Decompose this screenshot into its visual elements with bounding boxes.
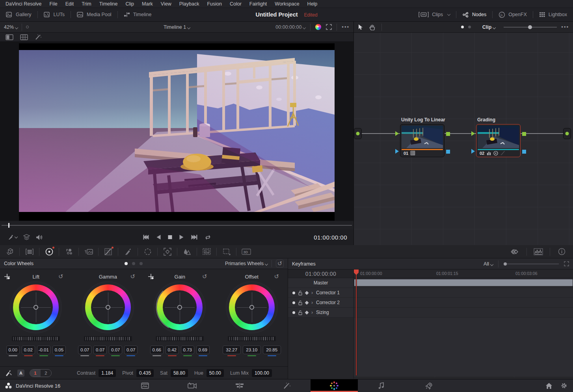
pointer-tool-icon[interactable] (358, 24, 363, 30)
gain-reset-button[interactable]: ↺ (202, 273, 207, 280)
tracker-icon[interactable] (158, 245, 177, 258)
menu-mark[interactable]: Mark (138, 1, 157, 7)
node-zoom-thumb[interactable] (528, 25, 532, 29)
lift-crosshair-icon[interactable] (4, 273, 10, 280)
loop-button[interactable] (204, 234, 211, 240)
gain-crosshair-icon[interactable] (148, 273, 154, 280)
menu-color[interactable]: Color (226, 1, 246, 7)
motion-effects-icon[interactable] (59, 245, 78, 258)
gamma-wheel[interactable] (85, 284, 131, 330)
lift-reset-button[interactable]: ↺ (58, 273, 63, 280)
gain-r-value[interactable]: 0.42 (166, 346, 179, 354)
track-enable-dot[interactable] (292, 301, 295, 304)
qualifier-icon[interactable] (118, 245, 138, 258)
offset-r-value[interactable]: 32.27 (223, 346, 241, 354)
viewer-timecode[interactable]: 00:00:00:00 (275, 24, 305, 30)
menu-app[interactable]: DaVinci Resolve (2, 1, 45, 7)
menu-fusion[interactable]: Fusion (203, 1, 226, 7)
gamma-reset-button[interactable]: ↺ (130, 273, 135, 280)
lift-wheel[interactable] (13, 284, 59, 330)
menu-help[interactable]: Help (303, 1, 322, 7)
track-expand-chevron[interactable]: › (311, 310, 313, 315)
project-settings-icon[interactable] (560, 382, 567, 389)
split-screen-icon[interactable] (6, 34, 13, 40)
gamma-b-value[interactable]: 0.07 (124, 346, 138, 354)
viewer-options-menu[interactable]: ••• (342, 24, 350, 30)
lock-icon[interactable] (298, 310, 302, 315)
page-color[interactable] (311, 379, 358, 392)
gamma-master-slider[interactable] (84, 336, 132, 341)
node-mode-select[interactable]: Clip (482, 24, 496, 30)
sat-value[interactable]: 58.80 (171, 369, 188, 377)
node-page-dot-1[interactable] (461, 26, 464, 28)
node-1-rgb-output[interactable] (446, 132, 450, 136)
info-icon[interactable] (550, 245, 573, 258)
node-1-rgb-input[interactable] (395, 131, 399, 136)
stereo-3d-icon[interactable]: 3D (236, 245, 256, 258)
node-2-key-input[interactable] (471, 149, 475, 154)
timeline-button[interactable]: Timeline (118, 8, 158, 21)
project-manager-icon[interactable] (545, 383, 553, 389)
node-zoom-slider[interactable] (504, 27, 557, 28)
hue-value[interactable]: 50.00 (207, 369, 224, 377)
page-media[interactable] (121, 379, 169, 392)
page-deliver[interactable] (405, 379, 452, 392)
grab-still-icon[interactable] (8, 234, 17, 240)
gain-b-value[interactable]: 0.69 (196, 346, 210, 354)
menu-file[interactable]: File (45, 1, 61, 7)
keyframe-diamond-icon[interactable] (305, 291, 309, 295)
sizing-icon[interactable] (217, 245, 236, 258)
node-1-key-input[interactable] (395, 149, 399, 154)
offset-g-value[interactable]: 23.10 (243, 346, 261, 354)
audio-mute-icon[interactable] (36, 234, 43, 240)
node-2-rgb-output[interactable] (522, 132, 526, 136)
pivot-value[interactable]: 0.435 (136, 369, 154, 377)
lift-master-slider[interactable] (12, 336, 60, 341)
play-button[interactable] (179, 234, 184, 240)
go-to-end-button[interactable] (191, 234, 197, 240)
magic-wand-icon[interactable] (35, 34, 42, 40)
lock-icon[interactable] (298, 300, 302, 305)
node-1-key-output[interactable] (446, 150, 450, 154)
go-to-start-button[interactable] (142, 234, 149, 240)
menu-view[interactable]: View (157, 1, 175, 7)
grid-view-icon[interactable] (20, 34, 28, 40)
master-track-bar[interactable] (354, 279, 573, 286)
keyframes-ruler[interactable]: 01:00:00:00 01:00:01:15 01:00:03:06 (354, 269, 573, 278)
color-wheels-icon[interactable] (39, 245, 59, 258)
lock-icon[interactable] (298, 290, 302, 295)
enhanced-viewer-icon[interactable] (315, 24, 321, 30)
window-icon[interactable] (138, 245, 157, 258)
pan-tool-icon[interactable] (369, 24, 375, 30)
offset-b-value[interactable]: 20.85 (263, 346, 281, 354)
stop-button[interactable] (167, 234, 172, 240)
key-icon[interactable] (197, 245, 216, 258)
grade-versions-icon[interactable] (504, 245, 526, 258)
auto-button[interactable]: A (17, 370, 24, 377)
keyframe-diamond-icon[interactable] (305, 310, 309, 314)
menu-clip[interactable]: Clip (122, 1, 138, 7)
node-graph[interactable]: Unity Log To Linear (354, 33, 573, 245)
curves-icon[interactable] (99, 245, 118, 258)
reset-all-button[interactable]: ↺ (276, 260, 284, 268)
track-enable-dot[interactable] (292, 311, 295, 314)
track-row-corrector-1[interactable]: › Corrector 1 (288, 288, 573, 298)
nodes-button[interactable]: Nodes (456, 8, 492, 21)
offset-reset-button[interactable]: ↺ (274, 273, 279, 280)
menu-fairlight[interactable]: Fairlight (246, 1, 271, 7)
viewer-canvas[interactable] (0, 41, 353, 221)
keyframes-filter-select[interactable]: All (484, 261, 493, 267)
menu-playback[interactable]: Playback (175, 1, 203, 7)
offset-master-slider[interactable] (228, 336, 276, 341)
track-expand-chevron[interactable]: › (311, 290, 313, 295)
gain-wheel-handle[interactable] (177, 305, 182, 310)
expand-viewer-icon[interactable] (326, 24, 332, 30)
gain-master-slider[interactable] (156, 336, 204, 341)
scrubber-track[interactable] (2, 225, 352, 226)
track-row-master[interactable]: Master (288, 278, 573, 288)
gain-y-value[interactable]: 0.66 (150, 346, 164, 354)
page-fusion[interactable] (263, 379, 311, 392)
source-node[interactable] (354, 128, 362, 139)
node-options-menu[interactable]: ••• (561, 24, 569, 30)
page-fairlight[interactable] (358, 379, 405, 392)
